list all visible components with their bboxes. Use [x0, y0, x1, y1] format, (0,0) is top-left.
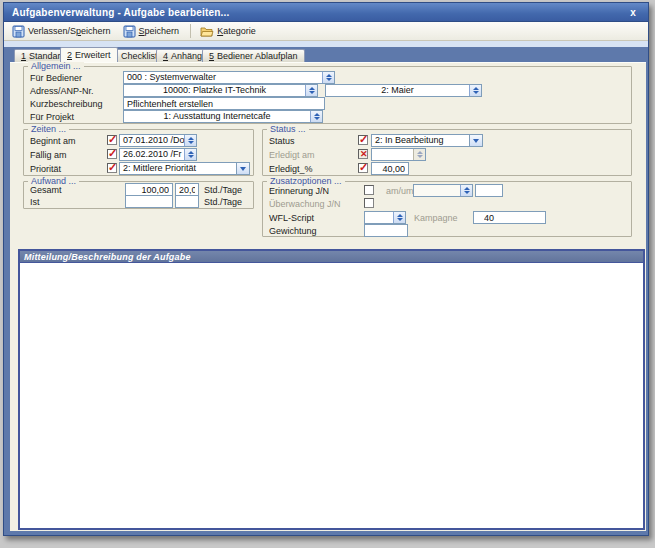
tab-erweitert[interactable]: 2Erweitert [60, 47, 118, 62]
prioritaet-combo[interactable]: 2: Mittlere Priorität [119, 162, 250, 175]
ist-label: Ist [30, 196, 40, 208]
erledigt-am-date[interactable] [371, 148, 426, 161]
category-label: Kategorie [217, 26, 256, 36]
window-title: Aufgabenverwaltung - Aufgabe bearbeiten.… [12, 7, 230, 18]
screenshot-root: Aufgabenverwaltung - Aufgabe bearbeiten.… [0, 0, 655, 548]
spinner-icon[interactable] [184, 149, 196, 160]
tab-strip: 1Standard 2Erweitert 3Checkliste 4Anhäng… [4, 47, 648, 62]
save-icon [12, 25, 25, 38]
kampagne-input[interactable] [473, 211, 546, 224]
ueberwachung-checkbox[interactable] [364, 198, 374, 208]
fuer-projekt-label: Für Projekt [30, 111, 74, 123]
faellig-am-date[interactable]: 26.02.2010 /Fr [119, 148, 197, 161]
ueberwachung-label: Überwachung J/N [269, 198, 341, 210]
fuer-bediener-combo[interactable]: 000 : Systemverwalter [123, 71, 335, 84]
wfl-script-combo[interactable] [364, 211, 406, 224]
adress-anp-label: Adress/ANP-Nr. [30, 85, 94, 97]
spinner-icon[interactable] [322, 72, 334, 83]
gewichtung-input[interactable] [364, 224, 408, 237]
erinnerung-datetime-combo[interactable] [413, 184, 473, 197]
spinner-icon[interactable] [393, 212, 405, 223]
message-panel: Mitteilung/Beschreibung der Aufgabe [18, 249, 645, 530]
title-bar: Aufgabenverwaltung - Aufgabe bearbeiten.… [4, 3, 648, 22]
spinner-icon[interactable] [305, 85, 317, 96]
status-combo[interactable]: 2: In Bearbeitung [371, 134, 483, 147]
toolbar: Verlassen/Speichern Speichern Kategorie [4, 22, 648, 41]
erinnerung-extra-input[interactable] [475, 184, 503, 197]
faellig-am-checkbox[interactable] [107, 149, 117, 159]
group-zeiten: Zeiten ... Beginnt am 07.01.2010 /Do Fäl… [23, 129, 254, 176]
erledigt-prozent-label: Erledigt_% [269, 163, 313, 175]
ist-unit-label: Std./Tage [204, 196, 242, 208]
group-zusatzoptionen: Zusatzoptionen ... Erinnerung J/N am/um … [262, 181, 632, 237]
beginnt-am-date[interactable]: 07.01.2010 /Do [119, 134, 197, 147]
beginnt-am-checkbox[interactable] [107, 135, 117, 145]
category-button[interactable]: Kategorie [196, 23, 262, 40]
spinner-icon[interactable] [460, 185, 472, 196]
erledigt-am-label: Erledigt am [269, 149, 315, 161]
kurzbeschreibung-input[interactable] [123, 97, 325, 110]
gesamt-unit-label: Std./Tage [204, 184, 242, 196]
dropdown-arrow-icon[interactable] [236, 163, 249, 174]
beginnt-am-label: Beginnt am [30, 135, 76, 147]
group-zeiten-title: Zeiten ... [28, 124, 69, 134]
prioritaet-label: Priorität [30, 163, 61, 175]
leave-save-label: Verlassen/Speichern [28, 26, 111, 36]
adress-anp-combo[interactable]: 10000: Platzke IT-Technik [123, 84, 318, 97]
kurzbeschreibung-label: Kurzbeschreibung [30, 98, 103, 110]
am-um-label: am/um [386, 185, 414, 197]
erledigt-prozent-checkbox[interactable] [358, 163, 368, 173]
fuer-projekt-combo[interactable]: 1: Ausstattung Internetcafe [123, 110, 323, 123]
toolbar-separator [190, 24, 191, 38]
status-checkbox[interactable] [358, 135, 368, 145]
spinner-icon[interactable] [469, 85, 481, 96]
fuer-bediener-label: Für Bediener [30, 72, 82, 84]
close-icon[interactable]: x [626, 7, 640, 18]
message-panel-title: Mitteilung/Beschreibung der Aufgabe [24, 252, 191, 262]
status-label: Status [269, 135, 295, 147]
erledigt-am-checkbox[interactable] [358, 149, 368, 159]
spinner-icon[interactable] [184, 135, 196, 146]
group-aufwand: Aufwand ... Gesamt Std./Tage Ist Std./Ta… [23, 181, 254, 209]
message-textarea[interactable] [20, 264, 643, 528]
contact-person-combo[interactable]: 2: Maier [325, 84, 482, 97]
wfl-script-label: WFL-Script [269, 212, 314, 224]
app-window: Aufgabenverwaltung - Aufgabe bearbeiten.… [3, 2, 649, 536]
save-button[interactable]: Speichern [119, 23, 186, 40]
kampagne-label: Kampagne [414, 212, 458, 224]
erledigt-prozent-input[interactable] [371, 162, 409, 175]
leave-save-button[interactable]: Verlassen/Speichern [8, 23, 117, 40]
group-allgemein-title: Allgemein ... [28, 61, 84, 71]
erinnerung-label: Erinnerung J/N [269, 185, 329, 197]
folder-icon [200, 25, 214, 38]
save-label: Speichern [139, 26, 180, 36]
group-allgemein: Allgemein ... Für Bediener 000 : Systemv… [23, 66, 632, 124]
message-panel-header: Mitteilung/Beschreibung der Aufgabe [20, 251, 643, 263]
ist-tage-input[interactable] [175, 195, 199, 208]
prioritaet-checkbox[interactable] [107, 163, 117, 173]
spinner-icon [413, 149, 425, 160]
group-status-title: Status ... [267, 124, 309, 134]
ist-std-input[interactable] [125, 195, 173, 208]
gesamt-label: Gesamt [30, 184, 62, 196]
erinnerung-checkbox[interactable] [364, 185, 374, 195]
gewichtung-label: Gewichtung [269, 225, 317, 237]
tab-bediener-ablaufplan[interactable]: 5Bediener Ablaufplan [202, 49, 305, 62]
faellig-am-label: Fällig am [30, 149, 67, 161]
save-icon [123, 25, 136, 38]
tab-page-erweitert: Allgemein ... Für Bediener 000 : Systemv… [10, 62, 646, 531]
spinner-icon[interactable] [310, 111, 322, 122]
dropdown-arrow-icon[interactable] [469, 135, 482, 146]
group-status: Status ... Status 2: In Bearbeitung Erle… [262, 129, 632, 176]
